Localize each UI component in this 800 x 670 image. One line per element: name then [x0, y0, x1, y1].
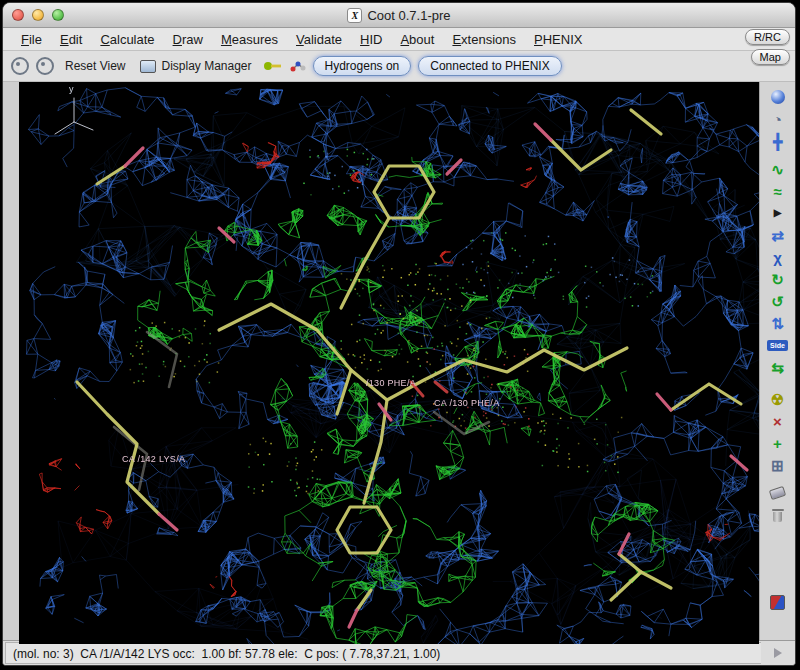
delete-item-icon[interactable]	[767, 505, 789, 525]
menu-draw[interactable]: Draw	[165, 31, 211, 48]
menu-validate[interactable]: Validate	[288, 31, 350, 48]
window-title-group: X Coot 0.7.1-pre	[347, 8, 450, 23]
hydrogens-toggle-button[interactable]: Hydrogens on	[313, 56, 412, 76]
edit-chi-angles-icon[interactable]: χ	[767, 247, 789, 267]
phenix-status-button[interactable]: Connected to PHENIX	[418, 56, 561, 76]
status-cap	[761, 641, 795, 665]
x11-icon: X	[347, 8, 362, 23]
title-bar[interactable]: X Coot 0.7.1-pre	[3, 3, 795, 28]
menu-extensions[interactable]: Extensions	[444, 31, 524, 48]
window-title: Coot 0.7.1-pre	[367, 8, 450, 23]
rrc-button[interactable]: R/RC	[745, 29, 790, 45]
monitor-icon	[140, 60, 156, 73]
side-buttons: R/RC Map	[745, 29, 790, 65]
rotate-translate-icon[interactable]: ⇄	[767, 225, 789, 245]
right-toolbar: ◔╋∿≈▶⇄χ↻↺⇅Side⇆☢×+⊞	[759, 82, 795, 640]
toolbar: Reset View Display Manager Hydrogens on …	[3, 51, 795, 82]
menu-measures[interactable]: Measures	[213, 31, 286, 48]
status-text: (mol. no: 3) CA /1/A/142 LYS occ: 1.00 b…	[5, 642, 761, 664]
molecule-icon[interactable]	[290, 59, 306, 73]
view-sphere-icon[interactable]	[767, 87, 789, 107]
menu-bar: FileEditCalculateDrawMeasuresValidateHID…	[3, 28, 795, 51]
display-manager-button[interactable]: Display Manager	[136, 57, 255, 75]
menu-about[interactable]: About	[392, 31, 442, 48]
mutate-icon[interactable]: ☢	[767, 389, 789, 409]
rigid-body-fit-icon[interactable]: ▶	[767, 203, 789, 223]
menu-hid[interactable]: HID	[352, 31, 390, 48]
circle-icon-2[interactable]	[36, 57, 54, 75]
side-chain-180-icon[interactable]: Side	[767, 335, 789, 355]
display-manager-label: Display Manager	[161, 59, 251, 73]
add-terminal-residue-icon[interactable]: +	[767, 433, 789, 453]
rotamers-icon[interactable]: ↺	[767, 291, 789, 311]
reset-view-button[interactable]: Reset View	[61, 57, 129, 75]
gl-viewport[interactable]: y /130 PHE/ACA /130 PHE/ACA /142 LYS/A	[19, 82, 759, 644]
flip-sidechain-icon[interactable]: ⇆	[767, 357, 789, 377]
window-controls	[12, 9, 64, 21]
gl-canvas[interactable]	[19, 82, 759, 644]
menu-calculate[interactable]: Calculate	[92, 31, 162, 48]
refine-zone-icon[interactable]: ∿	[767, 159, 789, 179]
zoom-button[interactable]	[52, 9, 64, 21]
regularize-zone-icon[interactable]: ≈	[767, 181, 789, 201]
menu-edit[interactable]: Edit	[52, 31, 90, 48]
add-alt-conf-icon[interactable]: ⊞	[767, 455, 789, 475]
main-area: y /130 PHE/ACA /130 PHE/ACA /142 LYS/A ◔…	[3, 82, 795, 640]
map-button[interactable]: Map	[751, 49, 790, 65]
keyboard-flag-icon[interactable]	[767, 592, 789, 612]
minimize-button[interactable]	[32, 9, 44, 21]
menu-file[interactable]: File	[13, 31, 50, 48]
move-molecule-icon[interactable]: ╋	[767, 131, 789, 151]
expander-triangle-icon[interactable]	[774, 648, 782, 658]
close-button[interactable]	[12, 9, 24, 21]
cis-trans-icon[interactable]: ×	[767, 411, 789, 431]
coot-window: X Coot 0.7.1-pre FileEditCalculateDrawMe…	[2, 2, 796, 666]
menu-phenix[interactable]: PHENIX	[526, 31, 590, 48]
circle-icon-1[interactable]	[11, 57, 29, 75]
eraser-icon[interactable]	[767, 483, 789, 503]
pep-flip-icon[interactable]: ⇅	[767, 313, 789, 333]
auto-fit-rotamer-icon[interactable]: ↻	[767, 269, 789, 289]
key-icon[interactable]	[263, 60, 283, 72]
clock-icon[interactable]: ◔	[767, 109, 789, 129]
